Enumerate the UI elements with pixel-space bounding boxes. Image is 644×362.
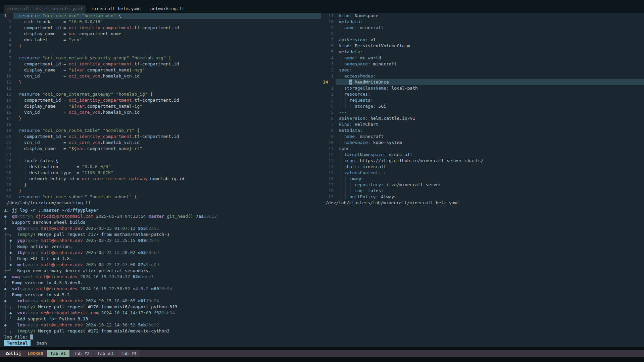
zellij-tab-2[interactable]: Tab #2 xyxy=(70,350,93,357)
zellij-tab-4[interactable]: Tab #4 xyxy=(117,350,140,357)
code-line[interactable]: 1│ cidr_block = "10.0.0.0/16" xyxy=(0,19,321,25)
buffer-tab-networking-tf[interactable]: networking.tf xyxy=(148,5,187,13)
code-line[interactable]: 14│ chart: minecraft xyxy=(321,164,644,170)
code-text: │ chart: minecraft xyxy=(336,164,644,170)
code-line[interactable]: 5metadata: xyxy=(321,49,644,55)
code-line[interactable]: 11kind: Namespace xyxy=(321,13,644,19)
buffer-tab-minecraft-helm[interactable]: minecraft-helm.yaml xyxy=(89,5,144,13)
line-number: 22 xyxy=(0,146,13,152)
code-line[interactable]: 14│ compartment_id = oci_identity_compar… xyxy=(0,97,321,103)
code-line[interactable]: 6apiVersion: helm.cattle.io/v1 xyxy=(321,115,644,121)
jj-log-line: ├─╮ (empty) Merge pull request #177 from… xyxy=(4,231,644,238)
code-text: metadata: xyxy=(336,127,644,134)
code-line[interactable]: 12 xyxy=(0,85,321,91)
code-text: │ │ │ tag: latest xyxy=(336,188,644,194)
code-line[interactable]: 3│ namespace: minecraft xyxy=(321,61,644,67)
zellij-tab-1[interactable]: Tab #1 xyxy=(47,350,69,357)
code-line[interactable]: 7apiVersion: v1 xyxy=(321,37,644,43)
code-text: │ repo: https://itzg.github.io/minecraft… xyxy=(336,158,644,164)
terminal-pane[interactable]: 1: jj log -r ::master ~/d/ffpyplayer◆ qm… xyxy=(0,206,644,347)
terminal-tab-bash[interactable]: bash xyxy=(34,340,50,346)
code-line[interactable]: 13│ repo: https://itzg.github.io/minecra… xyxy=(321,158,644,164)
line-number: 10 xyxy=(0,73,13,79)
code-line[interactable]: 10│ vcn_id = oci_core_vcn.homelab_vcn.id xyxy=(0,73,321,79)
code-line[interactable]: 7resource "oci_core_network_security_gro… xyxy=(0,55,321,61)
jj-log-line: │ ◆ vvxxlrnu me@mirkogalimberti.com 2024… xyxy=(4,310,644,316)
code-text: resource "oci_core_vcn" "homelab_vcn" { xyxy=(13,13,321,19)
code-line[interactable]: 8metadata: xyxy=(321,127,644,134)
code-line[interactable]: 2│ resources: xyxy=(321,91,644,97)
code-line[interactable]: 21│ vcn_id = oci_core_vcn.homelab_vcn.id xyxy=(0,140,321,146)
terraform-editor-pane[interactable]: 1resource "oci_core_vcn" "homelab_vcn" {… xyxy=(0,13,321,200)
code-line[interactable]: 9│ name: minecraft xyxy=(321,134,644,140)
code-line[interactable]: 1│ storageClassName: local-path xyxy=(321,85,644,91)
code-line[interactable]: 9│ display_name = "${var.compartment_nam… xyxy=(0,67,321,73)
code-line[interactable]: 17│ │ │ repository: itzg/minecraft-serve… xyxy=(321,182,644,188)
code-line[interactable]: 8--- xyxy=(321,31,644,37)
shell-prompt[interactable]: log file: xyxy=(4,334,644,340)
terminal-tab-terminal[interactable]: Terminal xyxy=(4,340,31,346)
code-line[interactable]: 19│ │ pullPolicy: Always xyxy=(321,194,644,200)
code-line[interactable]: 11} xyxy=(0,79,321,85)
code-line[interactable]: 16│ vcn_id = oci_core_vcn.homelab_vcn.id xyxy=(0,109,321,115)
code-line[interactable]: 27│ │ network_entity_id = oci_core_inter… xyxy=(0,176,321,182)
code-line[interactable]: 7kind: HelmChart xyxy=(321,121,644,127)
code-line[interactable]: 4│ │ │ storage: 5Gi xyxy=(321,103,644,109)
zellij-tab-3[interactable]: Tab #3 xyxy=(94,350,116,357)
code-text: │ vcn_id = oci_core_vcn.homelab_vcn.id xyxy=(13,140,321,146)
code-line[interactable]: 6 xyxy=(0,49,321,55)
jj-log-line: │ │ Bump actions version. xyxy=(4,244,644,250)
code-line[interactable]: 29} xyxy=(0,188,321,194)
code-line[interactable]: 11spec: xyxy=(321,146,644,152)
line-number: 3 xyxy=(321,97,336,103)
line-number: 4 xyxy=(0,37,13,43)
code-line[interactable]: 4│ dns_label = "vcn" xyxy=(0,37,321,43)
code-text: --- xyxy=(336,31,644,37)
code-line[interactable]: 20│ compartment_id = oci_identity_compar… xyxy=(0,134,321,140)
code-line[interactable]: 19resource "oci_core_route_table" "homel… xyxy=(0,127,321,134)
code-line[interactable]: 2│ compartment_id = oci_identity_compart… xyxy=(0,25,321,31)
code-line[interactable]: 4│ name: mc-world xyxy=(321,55,644,61)
code-line[interactable]: 12│ targetNamespace: minecraft xyxy=(321,152,644,158)
code-line[interactable]: 17} xyxy=(0,115,321,121)
code-line[interactable]: 9│ name: minecraft xyxy=(321,25,644,31)
code-line[interactable]: 5} xyxy=(0,43,321,49)
line-number: 10 xyxy=(321,140,336,146)
code-line[interactable]: 2spec: xyxy=(321,67,644,73)
code-line[interactable]: 24│ route_rules { xyxy=(0,158,321,164)
code-line[interactable]: 25│ │ destination = "0.0.0.0/0" xyxy=(0,164,321,170)
code-text: │ display_name = "${var.compartment_name… xyxy=(13,103,321,109)
code-line[interactable]: 8│ compartment_id = oci_identity_compart… xyxy=(0,61,321,67)
code-line[interactable]: 5--- xyxy=(321,109,644,115)
code-text: │ dns_label = "vcn" xyxy=(13,37,321,43)
code-line[interactable]: 28│ } xyxy=(0,182,321,188)
code-text: │ │ destination = "0.0.0.0/0" xyxy=(13,164,321,170)
code-line[interactable]: 26│ │ destination_type = "CIDR_BLOCK" xyxy=(0,170,321,176)
code-line[interactable]: 30resource "oci_core_subnet" "homelab_su… xyxy=(0,194,321,200)
buffer-tab-minecraft-restic-secrets[interactable]: minecraft-restic-secrets.yaml xyxy=(4,5,86,13)
code-line[interactable]: 6kind: PersistentVolumeClaim xyxy=(321,43,644,49)
code-line[interactable]: 15│ display_name = "${var.compartment_na… xyxy=(0,103,321,109)
code-line[interactable]: 10metadata: xyxy=(321,19,644,25)
code-line[interactable]: 3│ │ requests: xyxy=(321,97,644,103)
code-line[interactable]: 18│ │ │ tag: latest xyxy=(321,188,644,194)
code-line[interactable]: 10│ namespace: kube-system xyxy=(321,140,644,146)
code-line[interactable]: 15│ valuesContent: |- xyxy=(321,170,644,176)
code-text: │ name: minecraft xyxy=(336,25,644,31)
code-text: } xyxy=(13,115,321,121)
code-line[interactable]: 22│ display_name = "${var.compartment_na… xyxy=(0,146,321,152)
code-line[interactable]: 23│ xyxy=(0,152,321,158)
cursor-line[interactable]: 14│ │ - ReadWriteOnce xyxy=(321,79,644,85)
yaml-editor-pane[interactable]: 11kind: Namespace10metadata:9│ name: min… xyxy=(321,13,644,200)
code-line[interactable]: 18 xyxy=(0,121,321,127)
code-text: │ compartment_id = oci_identity_compartm… xyxy=(13,134,321,140)
code-line[interactable]: 1│ accessModes: xyxy=(321,73,644,79)
code-line[interactable]: 13resource "oci_core_internet_gateway" "… xyxy=(0,91,321,97)
line-number: 5 xyxy=(321,49,336,55)
code-line[interactable]: 3│ display_name = var.compartment_name xyxy=(0,31,321,37)
cursor-line[interactable]: 1resource "oci_core_vcn" "homelab_vcn" { xyxy=(0,13,321,19)
code-line[interactable]: 16│ │ image: xyxy=(321,176,644,182)
code-text: │ xyxy=(13,152,321,158)
code-text: } xyxy=(13,188,321,194)
editor-split: 1resource "oci_core_vcn" "homelab_vcn" {… xyxy=(0,13,644,200)
